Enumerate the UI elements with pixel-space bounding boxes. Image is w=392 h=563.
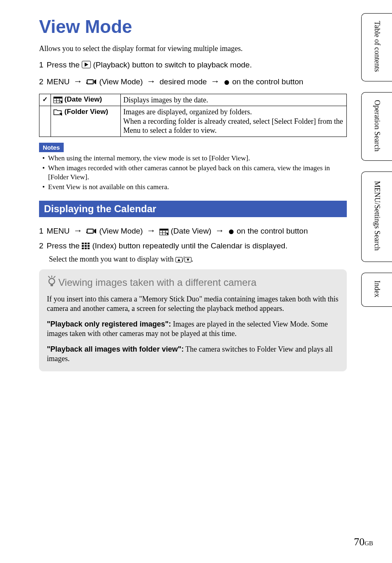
up-key-icon: ▲ [175, 257, 182, 262]
sidebar-tab-menu-settings-search[interactable]: MENU/Settings Search [361, 171, 392, 262]
table-label: (Date View) [65, 95, 102, 103]
note-item: When images recorded with other cameras … [42, 164, 347, 182]
page-number: 70GB [354, 536, 373, 548]
tip-paragraph: "Playback only registered images": Image… [47, 320, 339, 339]
svg-rect-12 [160, 229, 168, 231]
step-text: (View Mode) [99, 77, 145, 86]
view-mode-table: ✓ (Date View) Displays images by the dat… [39, 94, 347, 137]
view-mode-icon [86, 227, 97, 238]
tip-bulb-icon [47, 276, 57, 290]
step-text: Press the [47, 241, 82, 250]
step-1: 1 Press the (Playback) button to switch … [39, 60, 347, 70]
table-label: (Folder View) [65, 108, 108, 116]
table-row: ✓ (Date View) Displays images by the dat… [39, 94, 347, 106]
center-button-icon: ● [224, 76, 230, 88]
step-text: (Index) button repeatedly until the Cale… [92, 241, 287, 250]
step-number: 1 [39, 60, 44, 70]
arrow-icon: → [72, 76, 84, 86]
svg-rect-26 [51, 284, 53, 286]
center-button-icon: ● [228, 225, 235, 237]
arrow-icon: → [209, 76, 221, 86]
step-text: (Playback) button to switch to playback … [93, 60, 252, 69]
sidebar-tab-toc[interactable]: Table of contents [361, 13, 392, 81]
note-item: Event View is not available on this came… [42, 183, 347, 192]
step-number: 2 [39, 241, 44, 250]
svg-rect-22 [82, 248, 84, 249]
step-text: on the control button [237, 227, 308, 235]
index-icon [82, 241, 90, 252]
svg-rect-17 [85, 243, 87, 244]
arrow-icon: → [145, 76, 157, 86]
calendar-step-1: 1 MENU → (View Mode) → (Date View) → ● o… [39, 223, 347, 237]
svg-rect-16 [82, 243, 84, 244]
section-heading: Displaying the Calendar [39, 201, 347, 217]
notes-header: Notes [39, 143, 64, 152]
step-number: 2 [39, 77, 44, 86]
step-2: 2 MENU → (View Mode) → desired mode → ● … [39, 74, 347, 88]
svg-rect-19 [82, 245, 84, 247]
arrow-icon: → [214, 225, 226, 236]
note-item: When using the internal memory, the view… [42, 154, 347, 163]
step-text: Press the [47, 60, 82, 69]
view-mode-icon [86, 78, 97, 88]
playback-icon [82, 61, 91, 68]
svg-rect-4 [54, 97, 62, 98]
intro-text: Allows you to select the display format … [39, 44, 347, 53]
tip-paragraph: If you insert into this camera a "Memory… [47, 294, 339, 314]
step-text: MENU [47, 77, 72, 86]
check-default-icon: ✓ [42, 96, 48, 103]
step-number: 1 [39, 227, 44, 236]
step-text: on the control button [232, 77, 303, 86]
sidebar-tabs: Table of contents Operation Search MENU/… [361, 13, 392, 317]
table-row: (Folder View) Images are displayed, orga… [39, 106, 347, 137]
svg-rect-24 [88, 248, 90, 249]
calendar-step-2: 2 Press the (Index) button repeatedly un… [39, 241, 347, 252]
svg-rect-20 [85, 245, 87, 247]
tip-paragraph: "Playback all images with folder view": … [47, 345, 339, 364]
svg-rect-1 [88, 80, 93, 83]
table-desc: Images are displayed, organized by folde… [121, 106, 347, 137]
substep-text: Select the month you want to display wit… [49, 255, 347, 264]
step-text: desired mode [159, 77, 209, 86]
calendar-grid-icon [53, 97, 62, 105]
step-text: MENU [47, 227, 72, 235]
svg-rect-21 [88, 245, 90, 247]
arrow-icon: → [72, 225, 84, 236]
step-text: (View Mode) [99, 227, 145, 235]
sidebar-tab-index[interactable]: Index [361, 273, 392, 307]
page-title: View Mode [39, 16, 347, 37]
table-desc: Displays images by the date. [121, 94, 347, 106]
calendar-grid-icon [159, 227, 168, 238]
notes-list: When using the internal memory, the view… [39, 154, 347, 192]
svg-point-25 [49, 278, 55, 284]
svg-rect-18 [88, 243, 90, 244]
step-text: (Date View) [171, 227, 214, 235]
arrow-icon: → [145, 225, 157, 236]
down-key-icon: ▼ [184, 257, 191, 262]
sidebar-tab-operation-search[interactable]: Operation Search [361, 92, 392, 161]
tip-title: Viewing images taken with a different ca… [47, 276, 339, 290]
svg-rect-23 [85, 248, 87, 249]
tip-box: Viewing images taken with a different ca… [39, 269, 347, 371]
svg-rect-9 [88, 229, 93, 233]
folder-icon [53, 109, 62, 118]
